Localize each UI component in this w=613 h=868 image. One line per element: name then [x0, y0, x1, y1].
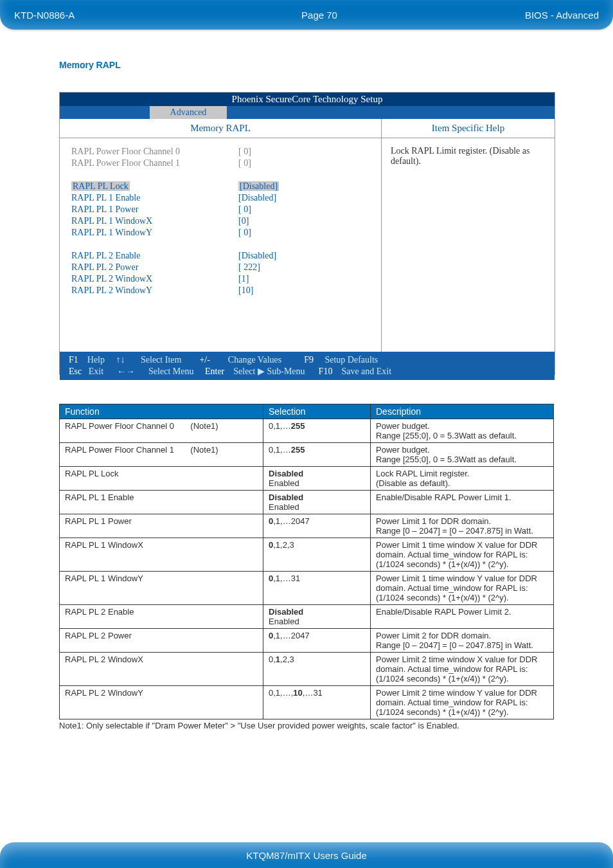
cell-description: Enable/Disable RAPL Power Limit 1. — [371, 491, 554, 514]
cell-selection: DisabledEnabled — [263, 605, 371, 629]
key-plusminus: +/- — [199, 355, 209, 365]
table-row: RAPL PL 2 WindowX0,1,2,3Power Limit 2 ti… — [60, 653, 554, 686]
bios-item-value: [Disabled] — [238, 250, 276, 262]
cell-function: RAPL PL 1 WindowY — [60, 572, 263, 605]
doc-id: KTD-N0886-A — [14, 10, 207, 21]
cell-description: Lock RAPL Limit register.(Disable as def… — [371, 467, 554, 491]
bios-tab-advanced[interactable]: Advanced — [150, 106, 227, 119]
cell-function: RAPL PL Lock — [60, 467, 263, 491]
cell-selection: 0,1,2,3 — [263, 538, 371, 572]
cell-description: Power Limit 1 for DDR domain.Range [0 – … — [371, 514, 554, 538]
function-table: Function Selection Description RAPL Powe… — [59, 404, 554, 719]
bios-item-row[interactable]: RAPL PL 1 Enable[Disabled] — [71, 192, 369, 204]
cell-function: RAPL PL 1 WindowX — [60, 538, 263, 572]
bios-item-value: [ 0] — [238, 204, 251, 215]
table-row: RAPL Power Floor Channel 0 (Note1)0,1,…2… — [60, 419, 554, 443]
bios-item-row[interactable]: RAPL Power Floor Channel 1[ 0] — [71, 158, 369, 169]
bios-item-row[interactable]: RAPL PL Lock[Disabled] — [71, 181, 369, 192]
bios-tab-row: Advanced — [60, 106, 555, 119]
cell-function: RAPL Power Floor Channel 0 (Note1) — [60, 419, 263, 443]
cell-function: RAPL PL 1 Power — [60, 514, 263, 538]
lbl-select-submenu: Select ▶ Sub-Menu — [233, 366, 305, 376]
bios-item-value: [ 0] — [238, 146, 251, 158]
lbl-help: Help — [87, 355, 105, 365]
key-esc: Esc — [69, 366, 82, 376]
table-row: RAPL PL 2 WindowY0,1,…,10,…31Power Limit… — [60, 686, 554, 719]
bios-item-value: [1] — [238, 273, 249, 285]
bios-item-row[interactable]: RAPL PL 2 WindowY[10] — [71, 285, 369, 296]
note1: Note1: Only selectable if "Dram Power Me… — [59, 721, 459, 730]
bios-item-label: RAPL Power Floor Channel 1 — [71, 158, 238, 169]
bios-item-value: [ 0] — [238, 227, 251, 239]
bios-item-label: RAPL PL 1 Enable — [71, 192, 238, 204]
table-row: RAPL PL LockDisabledEnabledLock RAPL Lim… — [60, 467, 554, 491]
page-number: Page 70 — [207, 10, 432, 21]
bios-item-label: RAPL PL 1 WindowY — [71, 227, 238, 239]
bios-item-label: RAPL PL 2 Enable — [71, 250, 238, 262]
cell-description: Power Limit 1 time window Y value for DD… — [371, 572, 554, 605]
bios-item-row[interactable]: RAPL PL 1 WindowX[0] — [71, 215, 369, 227]
cell-selection: 0,1,…31 — [263, 572, 371, 605]
page-footer: KTQM87/mITX Users Guide — [0, 833, 613, 868]
bios-item-row[interactable]: RAPL PL 2 Power[ 222] — [71, 262, 369, 273]
bios-item-value: [Disabled] — [238, 192, 276, 204]
cell-selection: 0,1,2,3 — [263, 653, 371, 686]
bios-item-row[interactable]: RAPL PL 2 Enable[Disabled] — [71, 250, 369, 262]
bios-item-row[interactable]: RAPL PL 1 WindowY[ 0] — [71, 227, 369, 239]
bios-help-heading: Item Specific Help — [382, 119, 555, 138]
bios-screenshot: Phoenix SecureCore Technology Setup Adva… — [59, 92, 555, 375]
key-updown: ↑↓ — [116, 355, 125, 365]
section-title: Memory RAPL — [59, 60, 121, 70]
cell-selection: 0,1,…2047 — [263, 629, 371, 653]
table-row: RAPL PL 1 Power0,1,…2047Power Limit 1 fo… — [60, 514, 554, 538]
table-row: RAPL PL 1 EnableDisabledEnabledEnable/Di… — [60, 491, 554, 514]
bios-item-value: [0] — [238, 215, 249, 227]
table-row: RAPL PL 1 WindowY0,1,…31Power Limit 1 ti… — [60, 572, 554, 605]
cell-description: Power Limit 2 for DDR domain.Range [0 – … — [371, 629, 554, 653]
bios-item-row[interactable]: RAPL PL 1 Power[ 0] — [71, 204, 369, 215]
th-description: Description — [371, 404, 554, 419]
bios-item-label: RAPL PL 1 WindowX — [71, 215, 238, 227]
lbl-save-exit: Save and Exit — [341, 366, 391, 376]
cell-description: Enable/Disable RAPL Power Limit 2. — [371, 605, 554, 629]
cell-selection: DisabledEnabled — [263, 467, 371, 491]
cell-function: RAPL PL 1 Enable — [60, 491, 263, 514]
bios-item-value: [10] — [238, 285, 253, 296]
lbl-setup-defaults: Setup Defaults — [324, 355, 378, 365]
key-f9: F9 — [304, 355, 314, 365]
key-f1: F1 — [69, 355, 78, 365]
cell-selection: DisabledEnabled — [263, 491, 371, 514]
th-function: Function — [60, 404, 263, 419]
table-row: RAPL Power Floor Channel 1 (Note1)0,1,…2… — [60, 443, 554, 467]
bios-item-label: RAPL PL Lock — [71, 181, 238, 192]
cell-description: Power budget.Range [255;0], 0 = 5.3Watt … — [371, 443, 554, 467]
cell-selection: 0,1,…255 — [263, 443, 371, 467]
bios-item-value: [Disabled] — [238, 181, 279, 192]
lbl-select-item: Select Item — [141, 355, 181, 365]
bios-title: Phoenix SecureCore Technology Setup — [60, 93, 555, 106]
bios-item-label: RAPL PL 2 WindowY — [71, 285, 238, 296]
header-section: BIOS - Advanced — [432, 10, 599, 21]
cell-function: RAPL PL 2 WindowX — [60, 653, 263, 686]
lbl-exit: Exit — [89, 366, 103, 376]
lbl-change-values: Change Values — [228, 355, 281, 365]
table-row: RAPL PL 1 WindowX0,1,2,3Power Limit 1 ti… — [60, 538, 554, 572]
bios-item-row[interactable]: RAPL Power Floor Channel 0[ 0] — [71, 146, 369, 158]
bios-left-heading: Memory RAPL — [60, 119, 381, 138]
cell-function: RAPL PL 2 Enable — [60, 605, 263, 629]
cell-selection: 0,1,…255 — [263, 419, 371, 443]
bios-item-row[interactable]: RAPL PL 2 WindowX[1] — [71, 273, 369, 285]
cell-function: RAPL PL 2 WindowY — [60, 686, 263, 719]
cell-function: RAPL Power Floor Channel 1 (Note1) — [60, 443, 263, 467]
cell-description: Power Limit 2 time window X value for DD… — [371, 653, 554, 686]
bios-item-label: RAPL PL 2 WindowX — [71, 273, 238, 285]
key-enter: Enter — [205, 366, 224, 376]
key-f10: F10 — [319, 366, 333, 376]
bios-item-label: RAPL PL 2 Power — [71, 262, 238, 273]
table-row: RAPL PL 2 Power0,1,…2047Power Limit 2 fo… — [60, 629, 554, 653]
footer-title: KTQM87/mITX Users Guide — [0, 842, 613, 868]
bios-item-value: [ 0] — [238, 158, 251, 169]
bios-help-text: Lock RAPL Limit register. (Disable as de… — [382, 138, 555, 352]
cell-description: Power Limit 2 time window Y value for DD… — [371, 686, 554, 719]
lbl-select-menu: Select Menu — [148, 366, 193, 376]
